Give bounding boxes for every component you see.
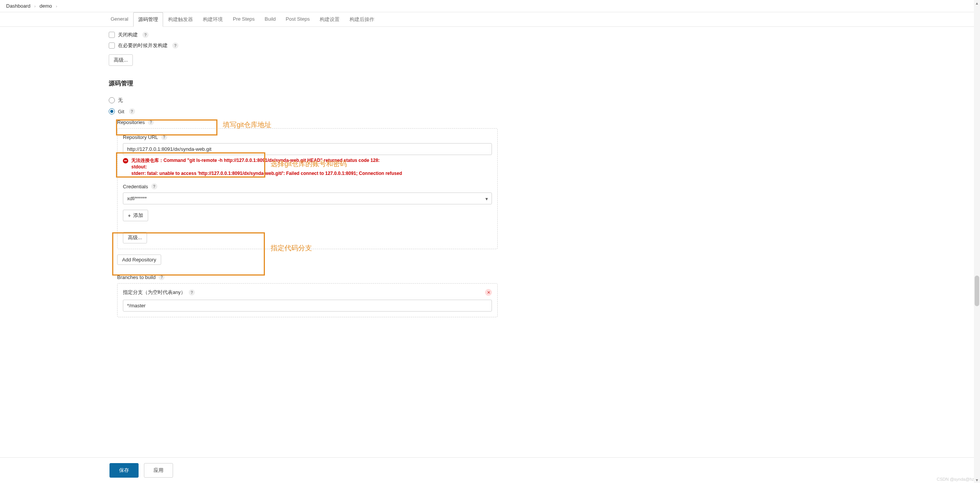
section-title-scm: 源码管理 <box>109 80 498 88</box>
error-icon <box>123 158 128 163</box>
radio-row-git: Git ? <box>109 108 498 114</box>
branches-label: Branches to build <box>117 274 155 280</box>
branch-spec-input[interactable] <box>123 300 492 312</box>
tab-scm[interactable]: 源码管理 <box>133 12 163 27</box>
help-icon[interactable]: ? <box>142 32 149 38</box>
help-icon[interactable]: ? <box>158 274 165 280</box>
checkbox-disable-build[interactable] <box>109 32 115 38</box>
credentials-label: Credentials <box>123 184 148 189</box>
repo-url-label: Repository URL <box>123 134 158 140</box>
radio-row-none: 无 <box>109 97 498 104</box>
advanced-button[interactable]: 高级... <box>109 54 133 66</box>
chevron-right-icon: › <box>56 4 57 8</box>
tab-settings[interactable]: 构建设置 <box>315 12 345 27</box>
branch-spec-label: 指定分支（为空时代表any） <box>123 289 186 296</box>
save-button[interactable]: 保存 <box>109 463 139 478</box>
tab-general[interactable]: General <box>106 12 133 27</box>
row-concurrent-build: 在必要的时候并发构建 ? <box>109 42 498 49</box>
add-repository-button[interactable]: Add Repository <box>117 255 161 265</box>
repo-url-input[interactable] <box>123 143 492 155</box>
tab-build[interactable]: Build <box>260 12 281 27</box>
help-icon[interactable]: ? <box>151 183 157 189</box>
branches-box: 指定分支（为空时代表any） ? ✕ <box>117 283 498 317</box>
help-icon[interactable]: ? <box>161 134 167 140</box>
content: 关闭构建 ? 在必要的时候并发构建 ? 高级... 源码管理 无 Git ? R… <box>0 27 498 317</box>
watermark: CSDN @synda@hzy <box>937 477 976 481</box>
help-icon[interactable]: ? <box>129 108 135 114</box>
radio-git[interactable] <box>109 108 115 114</box>
tab-triggers[interactable]: 构建触发器 <box>163 12 198 27</box>
tab-presteps[interactable]: Pre Steps <box>228 12 260 27</box>
vertical-scrollbar[interactable]: ▲ ▼ <box>974 0 980 483</box>
label-disable-build: 关闭构建 <box>118 31 138 38</box>
radio-none[interactable] <box>109 97 115 103</box>
scroll-up-arrow[interactable]: ▲ <box>974 0 980 6</box>
label-git: Git <box>118 109 124 114</box>
apply-button[interactable]: 应用 <box>144 463 173 478</box>
error-line2: stdout: <box>131 164 402 170</box>
help-icon[interactable]: ? <box>148 119 154 125</box>
tab-poststeps[interactable]: Post Steps <box>281 12 315 27</box>
scroll-down-arrow[interactable]: ▼ <box>974 477 980 483</box>
repositories-label: Repositories <box>117 119 145 125</box>
repo-advanced-button[interactable]: 高级... <box>123 232 147 243</box>
error-text: 无法连接仓库：Command "git ls-remote -h http://… <box>131 157 402 176</box>
repositories-box: Repository URL ? 无法连接仓库：Command "git ls-… <box>117 128 498 249</box>
checkbox-concurrent-build[interactable] <box>109 42 115 49</box>
scrollbar-thumb[interactable] <box>975 276 979 306</box>
breadcrumb-root[interactable]: Dashboard <box>6 3 31 9</box>
tab-postactions[interactable]: 构建后操作 <box>345 12 379 27</box>
breadcrumb-project[interactable]: demo <box>39 3 52 9</box>
help-icon[interactable]: ? <box>189 289 195 295</box>
add-label: 添加 <box>133 212 143 219</box>
plus-icon: + <box>128 213 131 219</box>
git-section: Repositories ? Repository URL ? 无法连接仓库：C… <box>117 119 498 317</box>
footer-bar: 保存 应用 <box>0 457 980 483</box>
error-line1: 无法连接仓库：Command "git ls-remote -h http://… <box>131 157 402 164</box>
chevron-right-icon: › <box>34 4 36 8</box>
row-disable-build: 关闭构建 ? <box>109 31 498 38</box>
add-credential-button[interactable]: + 添加 <box>123 210 148 221</box>
label-none: 无 <box>118 97 123 104</box>
tab-env[interactable]: 构建环境 <box>198 12 228 27</box>
delete-branch-button[interactable]: ✕ <box>485 289 492 296</box>
error-block: 无法连接仓库：Command "git ls-remote -h http://… <box>123 157 492 176</box>
error-line3: stderr: fatal: unable to access 'http://… <box>131 170 402 177</box>
breadcrumb: Dashboard › demo › <box>0 0 980 12</box>
tabs: General 源码管理 构建触发器 构建环境 Pre Steps Build … <box>0 12 980 27</box>
credentials-select[interactable] <box>123 193 492 204</box>
label-concurrent-build: 在必要的时候并发构建 <box>118 42 168 49</box>
help-icon[interactable]: ? <box>172 42 178 49</box>
